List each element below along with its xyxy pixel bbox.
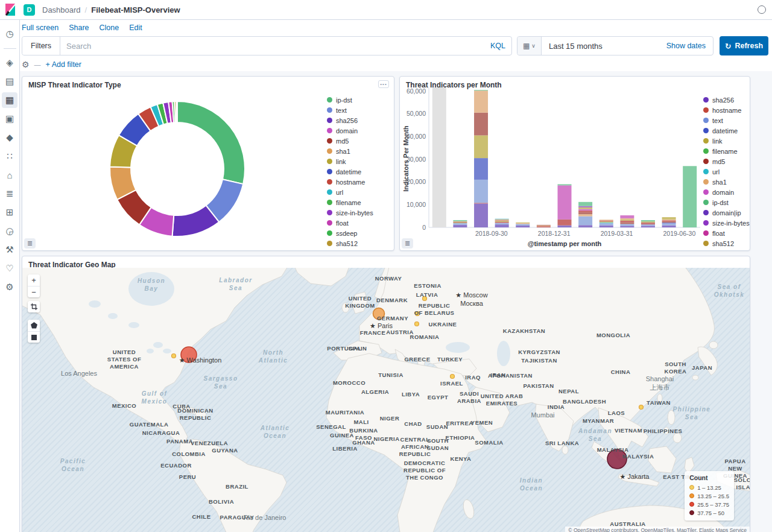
bars-legend-item-hostname[interactable]: hostname (703, 105, 767, 115)
sidebar-item-discover-icon[interactable]: ◈ (2, 55, 17, 71)
bar-segment-datetime[interactable] (474, 158, 488, 180)
map-canvas[interactable]: UNITED STATES OF AMERICAMEXICOCUBADOMINI… (22, 268, 750, 532)
bar-segment-sha256[interactable] (620, 226, 634, 227)
bar-segment-sha1[interactable] (662, 220, 676, 221)
bar-partial-bucket[interactable] (432, 87, 446, 227)
bar-segment-link[interactable] (495, 221, 509, 222)
donut-legend-item-ip-dst[interactable]: ip-dst (327, 95, 390, 105)
bar-segment-sha256[interactable] (578, 225, 592, 227)
donut-legend-item-domain|ip[interactable]: domain|ip (327, 249, 390, 249)
geo-point-marker[interactable] (416, 312, 420, 316)
bar-segment-text[interactable] (453, 223, 467, 225)
bars-legend-item-float[interactable]: float (703, 228, 767, 238)
bar-segment-hostname[interactable] (558, 220, 572, 226)
bar-segment-link[interactable] (516, 223, 530, 223)
donut-legend-item-link[interactable]: link (327, 156, 390, 166)
legend-toggle-icon[interactable]: ≣ (24, 238, 36, 249)
bar-segment-domain[interactable] (578, 209, 592, 211)
geo-cluster-marker[interactable] (373, 308, 385, 320)
zoom-in-button[interactable]: + (28, 274, 40, 286)
geo-cluster-marker[interactable] (181, 347, 197, 363)
menu-edit[interactable]: Edit (129, 24, 142, 32)
bar-segment-md5[interactable] (641, 223, 655, 224)
bar-segment-datetime[interactable] (662, 223, 676, 224)
bar-segment-text[interactable] (600, 223, 613, 225)
bar-segment-text[interactable] (578, 217, 592, 226)
donut-legend-item-size-in-bytes[interactable]: size-in-bytes (327, 207, 390, 218)
geo-point-marker[interactable] (639, 405, 644, 410)
menu-clone[interactable]: Clone (100, 24, 119, 32)
sidebar-item-visualize-icon[interactable]: ▤ (2, 74, 17, 89)
zoom-out-button[interactable]: − (28, 286, 40, 297)
bars-legend-item-datetime[interactable]: datetime (703, 125, 767, 136)
sidebar-item-metrics-icon[interactable]: ⌂ (2, 167, 17, 183)
show-dates-button[interactable]: Show dates (659, 42, 713, 50)
bar-segment-ip-dst[interactable] (474, 90, 488, 90)
donut-slice-ip-dst[interactable] (177, 101, 245, 184)
bar-segment-md5[interactable] (495, 220, 509, 221)
bar-segment-hostname[interactable] (641, 223, 655, 224)
geo-point-marker[interactable] (423, 297, 427, 301)
kql-toggle[interactable]: KQL (484, 42, 511, 50)
bar-segment-sha256[interactable] (662, 226, 676, 227)
bar-segment-md5[interactable] (578, 212, 592, 214)
sidebar-item-logs-icon[interactable]: ≣ (2, 186, 17, 201)
geo-point-marker[interactable] (451, 375, 455, 379)
breadcrumb-root[interactable]: Dashboard (42, 5, 81, 14)
bars-legend-item-domain|ip[interactable]: domain|ip (703, 207, 767, 218)
bar-segment-sha1[interactable] (578, 214, 592, 216)
bar-segment-url[interactable] (600, 223, 613, 224)
search-input[interactable] (60, 42, 484, 51)
bar-segment-md5[interactable] (620, 222, 634, 224)
sidebar-item-dashboard-icon[interactable]: ▦ (2, 92, 17, 108)
add-filter-button[interactable]: + Add filter (46, 60, 81, 69)
bar-segment-ip-dst[interactable] (578, 202, 592, 206)
bar-segment-hostname[interactable] (600, 221, 613, 222)
bar-segment-sha1[interactable] (474, 90, 488, 113)
donut-legend-item-sha512[interactable]: sha512 (327, 238, 390, 249)
donut-legend-item-domain[interactable]: domain (327, 125, 390, 136)
sidebar-item-management-icon[interactable]: ⚙ (2, 279, 17, 295)
legend-toggle-icon[interactable]: ≣ (402, 238, 413, 249)
sidebar-item-dev-tools-icon[interactable]: ⚒ (2, 242, 17, 258)
bar-segment-hostname[interactable] (495, 222, 509, 223)
bars-legend-item-sha1[interactable]: sha1 (703, 177, 767, 187)
bar-segment-sha256[interactable] (516, 226, 530, 227)
bars-legend-item-ssdeep[interactable]: ssdeep (703, 249, 767, 249)
bar-segment-sha1[interactable] (453, 221, 467, 222)
bars-legend-item-filename[interactable]: filename (703, 146, 767, 156)
bars-legend-item-url[interactable]: url (703, 166, 767, 177)
bars-legend-item-domain[interactable]: domain (703, 187, 767, 197)
sidebar-item-uptime-icon[interactable]: ◶ (2, 223, 17, 239)
sidebar-item-maps-icon[interactable]: ◆ (2, 130, 17, 145)
bar-segment-text[interactable] (516, 224, 530, 226)
bar-segment-sha1[interactable] (516, 223, 530, 224)
bars-legend-item-sha256[interactable]: sha256 (703, 95, 767, 105)
bars-legend-item-ip-dst[interactable]: ip-dst (703, 197, 767, 207)
geo-point-marker[interactable] (415, 322, 419, 326)
bar-segment-text[interactable] (662, 224, 676, 226)
bar-segment-domain[interactable] (558, 185, 572, 220)
bar-segment-text[interactable] (641, 224, 655, 226)
bar-segment-sha256[interactable] (558, 226, 572, 227)
filter-options-gear-icon[interactable]: ⚙ (22, 60, 30, 69)
bar-segment-link[interactable] (620, 220, 634, 221)
bar-segment-size-in-bytes[interactable] (578, 206, 592, 207)
menu-share[interactable]: Share (69, 24, 89, 32)
bars-legend-item-sha512[interactable]: sha512 (703, 238, 767, 249)
bar-segment-md5[interactable] (474, 113, 488, 136)
bar-segment-link[interactable] (474, 135, 488, 158)
kibana-logo[interactable] (0, 0, 20, 19)
donut-slice-domain|ip[interactable] (176, 101, 177, 122)
bar-segment-ip-dst[interactable] (558, 184, 572, 185)
menu-full-screen[interactable]: Full screen (22, 24, 59, 32)
bar-segment-domain[interactable] (620, 215, 634, 218)
bar-segment-sha1[interactable] (620, 218, 634, 220)
donut-legend-item-text[interactable]: text (327, 105, 390, 115)
timerange-value[interactable]: Last 15 months (542, 42, 659, 51)
bar-segment-sha256[interactable] (600, 226, 613, 227)
refresh-button[interactable]: ↻ Refresh (720, 36, 768, 55)
bar-segment-link[interactable] (641, 221, 655, 223)
bars-legend-item-link[interactable]: link (703, 136, 767, 146)
bar-segment-sha256[interactable] (474, 203, 488, 227)
